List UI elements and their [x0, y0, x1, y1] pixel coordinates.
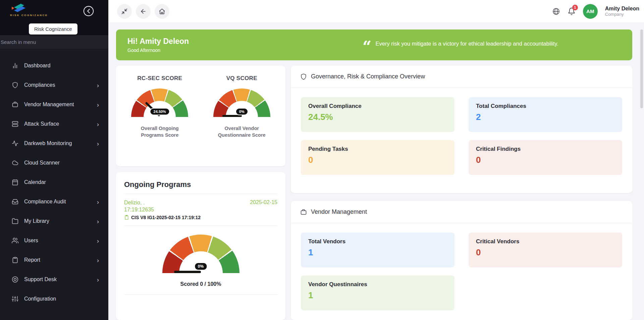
- vq-gauge: 0%: [213, 88, 270, 117]
- caption-line: Overall Ongoing: [119, 125, 201, 132]
- stat-value: 0: [308, 155, 447, 165]
- stat-label: Overall Compliance: [308, 103, 447, 110]
- users-icon: [11, 237, 19, 244]
- rc-sec-score: RC-SEC SCORE 24.50% Overall Ongoing Prog…: [119, 75, 201, 166]
- user-menu[interactable]: Amity Deleon Company: [605, 5, 641, 17]
- sidebar-item-users[interactable]: Users ›: [0, 231, 108, 250]
- gauge-value-pill: 24.50%: [150, 108, 170, 115]
- topbar: 1 AM Amity Deleon Company: [108, 0, 644, 22]
- dashboard-content: RC-SEC SCORE 24.50% Overall Ongoing Prog…: [116, 66, 632, 320]
- topbar-right: 1 AM Amity Deleon Company: [552, 4, 641, 19]
- brand-logo-text: RISK COGNIZANCE: [10, 14, 48, 17]
- inbox-icon: [11, 198, 19, 205]
- rc-sec-gauge: 24.50%: [131, 88, 188, 117]
- divider: [124, 226, 277, 226]
- sidebar-item-darkweb-monitoring[interactable]: Darkweb Monitoring ›: [0, 134, 108, 153]
- server-icon: [11, 120, 19, 128]
- sidebar-item-my-library[interactable]: My Library ›: [0, 211, 108, 231]
- sidebar-item-report[interactable]: Report ›: [0, 250, 108, 270]
- shield-icon: [300, 73, 307, 80]
- stat-label: Total Vendors: [308, 238, 447, 245]
- vq-score-title: VQ SCORE: [201, 75, 283, 82]
- framework-text: CIS V8 IG1-2025-02-15 17:19:12: [131, 215, 201, 220]
- vendor-card-title: Vendor Management: [311, 208, 367, 215]
- clipboard-icon: [124, 215, 129, 220]
- sidebar-item-calendar[interactable]: Calendar: [0, 173, 108, 192]
- sidebar-item-label: Users: [24, 238, 92, 244]
- sidebar-item-compliances[interactable]: Compliances ›: [0, 75, 108, 95]
- sidebar-item-label: Support Desk: [24, 276, 92, 282]
- stat-label: Pending Tasks: [308, 146, 447, 152]
- chevron-right-icon: ›: [97, 121, 99, 127]
- home-button[interactable]: [155, 4, 169, 19]
- sidebar-item-label: My Library: [24, 218, 92, 224]
- life-buoy-icon: [11, 276, 19, 283]
- chevron-right-icon: ›: [97, 102, 99, 108]
- score-card: RC-SEC SCORE 24.50% Overall Ongoing Prog…: [116, 66, 285, 166]
- grc-card-header: Governance, Risk & Compliance Overview: [291, 66, 632, 88]
- globe-button[interactable]: [552, 7, 560, 15]
- stat-label: Vendor Questinnaires: [308, 281, 447, 288]
- sidebar-collapse-button[interactable]: [82, 5, 95, 17]
- sidebar-item-label: Configuration: [24, 296, 99, 302]
- chevron-right-icon: ›: [97, 218, 99, 225]
- briefcase-icon: [11, 101, 19, 108]
- program-row[interactable]: Delizio, . 17:19:12635 2025-02-15: [124, 199, 277, 213]
- calendar-icon: [11, 179, 19, 186]
- sidebar-item-configuration[interactable]: Configuration: [0, 289, 108, 309]
- ongoing-programs-card: Ongoing Programs Delizio, . 17:19:12635 …: [116, 172, 285, 320]
- chevron-right-icon: ›: [97, 82, 99, 88]
- menu-search-input[interactable]: [0, 39, 108, 45]
- folder-icon: [11, 217, 19, 225]
- chevron-right-icon: ›: [97, 257, 99, 263]
- scrollbar[interactable]: [640, 29, 643, 108]
- notifications-button[interactable]: 1: [568, 7, 576, 15]
- gauge-value-pill: 0%: [235, 108, 248, 115]
- collapse-arrow-icon: [83, 5, 94, 17]
- right-column: Governance, Risk & Compliance Overview O…: [291, 66, 632, 320]
- brand-logo[interactable]: RISK COGNIZANCE: [10, 3, 48, 17]
- main-area: 1 AM Amity Deleon Company Hi! Amity Dele…: [108, 0, 644, 320]
- stat-overall-compliance: Overall Compliance 24.5%: [301, 97, 454, 132]
- empty-cell: [469, 275, 622, 310]
- sidebar-item-label: Dashboard: [24, 63, 99, 69]
- sidebar-item-label: Calendar: [24, 179, 99, 185]
- caption-line: Overall Vendor: [201, 125, 283, 132]
- chevron-right-icon: ›: [97, 140, 99, 147]
- stat-value: 0: [476, 155, 615, 165]
- user-company: Company: [605, 12, 639, 17]
- stat-value: 2: [476, 112, 615, 122]
- vendor-stats: Total Vendors 1 Critical Vendors 0 Vendo…: [291, 223, 632, 320]
- chevron-right-icon: ›: [97, 276, 99, 283]
- user-name: Amity Deleon: [605, 5, 639, 12]
- program-framework: CIS V8 IG1-2025-02-15 17:19:12: [124, 215, 277, 220]
- caption-line: Questionnaire Score: [201, 132, 283, 138]
- avatar[interactable]: AM: [583, 4, 598, 19]
- sidebar-item-label: Attack Surface: [24, 121, 92, 127]
- grc-overview-card: Governance, Risk & Compliance Overview O…: [291, 66, 632, 193]
- stat-label: Critical Findings: [476, 146, 615, 152]
- sidebar-item-support-desk[interactable]: Support Desk ›: [0, 270, 108, 289]
- banner-left: Hi! Amity Deleon Good Afternoon: [127, 37, 189, 53]
- back-arrow-icon: [140, 8, 147, 15]
- compress-icon: [121, 8, 128, 15]
- back-button[interactable]: [136, 4, 151, 19]
- compress-button[interactable]: [117, 4, 132, 19]
- stat-pending-tasks: Pending Tasks 0: [301, 140, 454, 175]
- sidebar-item-attack-surface[interactable]: Attack Surface ›: [0, 114, 108, 134]
- stat-value: 1: [308, 247, 447, 258]
- vq-score: VQ SCORE 0% Overall Vendor Questionnaire…: [201, 75, 283, 166]
- sidebar-item-vendor-management[interactable]: Vendor Management ›: [0, 95, 108, 114]
- sidebar-item-dashboard[interactable]: Dashboard: [0, 56, 108, 75]
- program-date: 2025-02-15: [250, 199, 277, 205]
- vendor-card-header: Vendor Management: [291, 201, 632, 223]
- sidebar-item-cloud-scanner[interactable]: Cloud Scanner: [0, 153, 108, 173]
- grc-card-title: Governance, Risk & Compliance Overview: [311, 73, 425, 80]
- quote-icon: “: [363, 40, 371, 50]
- vendor-management-card: Vendor Management Total Vendors 1 Critic…: [291, 201, 632, 320]
- sidebar-search: [0, 35, 108, 49]
- activity-icon: [11, 140, 19, 147]
- rc-sec-caption: Overall Ongoing Programs Score: [119, 125, 201, 139]
- stat-value: 0: [476, 247, 615, 258]
- sidebar-item-compliance-audit[interactable]: Compliance Audit ›: [0, 192, 108, 211]
